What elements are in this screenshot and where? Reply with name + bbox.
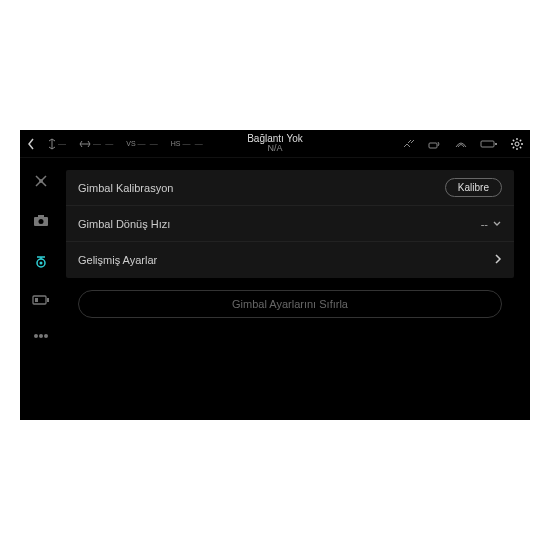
back-icon[interactable] <box>26 137 36 151</box>
battery-icon <box>480 139 498 149</box>
row-gimbal-calibration: Gimbal Kalibrasyon Kalibre <box>66 170 514 206</box>
connection-status: Bağlantı Yok N/A <box>247 133 303 154</box>
svg-point-14 <box>39 334 43 338</box>
row-label: Gimbal Kalibrasyon <box>78 182 173 194</box>
connection-subtitle: N/A <box>247 144 303 154</box>
gimbal-settings-panel: Gimbal Kalibrasyon Kalibre Gimbal Dönüş … <box>66 170 514 278</box>
settings-gear-icon[interactable] <box>510 137 524 151</box>
app-window: — — — VS — — HS — — Bağlantı Yok N/A <box>20 130 530 420</box>
settings-main: Gimbal Kalibrasyon Kalibre Gimbal Dönüş … <box>62 158 530 420</box>
hd-signal-icon <box>454 139 468 149</box>
svg-rect-12 <box>35 298 38 302</box>
row-label: Gelişmiş Ayarlar <box>78 254 157 266</box>
satellite-icon <box>402 138 416 150</box>
sidebar-item-gimbal[interactable] <box>32 252 50 272</box>
svg-point-6 <box>39 219 44 224</box>
row-label: Gimbal Dönüş Hızı <box>78 218 170 230</box>
sidebar-item-camera[interactable] <box>32 214 50 230</box>
row-value: -- <box>481 218 488 230</box>
reset-gimbal-button[interactable]: Gimbal Ayarlarını Sıfırla <box>78 290 502 318</box>
chevron-down-icon <box>492 218 502 230</box>
reset-label: Gimbal Ayarlarını Sıfırla <box>232 298 348 310</box>
settings-sidebar <box>20 158 62 420</box>
sidebar-item-general[interactable] <box>33 330 49 341</box>
row-advanced-settings[interactable]: Gelişmiş Ayarlar <box>66 242 514 278</box>
sidebar-item-battery[interactable] <box>32 294 50 308</box>
telemetry-distance-icon: — — <box>79 139 114 148</box>
svg-rect-2 <box>495 143 497 145</box>
svg-point-9 <box>40 262 43 265</box>
svg-point-15 <box>44 334 48 338</box>
chevron-right-icon <box>494 253 502 267</box>
svg-point-13 <box>34 334 38 338</box>
calibrate-button[interactable]: Kalibre <box>445 178 502 197</box>
telemetry-vspeed-icon: VS — — <box>126 139 159 148</box>
telemetry-altitude-icon: — <box>48 138 67 150</box>
svg-rect-1 <box>481 141 494 147</box>
top-bar: — — — VS — — HS — — Bağlantı Yok N/A <box>20 130 530 158</box>
svg-rect-11 <box>47 298 49 302</box>
svg-rect-10 <box>33 296 46 304</box>
svg-point-4 <box>39 179 43 183</box>
telemetry-hspeed-icon: HS — — <box>171 139 204 148</box>
svg-point-3 <box>515 142 519 146</box>
row-gimbal-speed[interactable]: Gimbal Dönüş Hızı -- <box>66 206 514 242</box>
sidebar-item-aircraft[interactable] <box>32 172 50 192</box>
rc-signal-icon <box>428 139 442 149</box>
svg-rect-7 <box>38 215 44 218</box>
svg-rect-0 <box>429 143 437 148</box>
